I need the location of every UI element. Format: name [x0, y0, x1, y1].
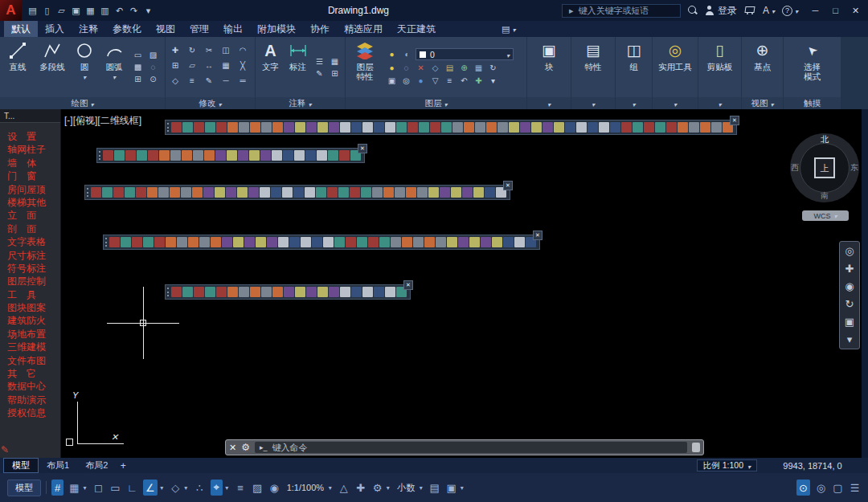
drawing-canvas[interactable]: [-][俯视][二维线框] Y ✕ 上 北 南 西 东 WCS [61, 109, 862, 458]
toolbar-button[interactable] [485, 187, 495, 198]
toolbar-button[interactable] [339, 150, 350, 161]
toolbar-button[interactable] [250, 287, 260, 297]
isodraft-dropdown-icon[interactable]: ▾ [183, 480, 189, 496]
toolbar-button[interactable] [239, 287, 249, 297]
toolbar-button[interactable] [301, 237, 311, 247]
save-icon[interactable]: ▣ [69, 3, 83, 18]
toolbar-button[interactable] [576, 122, 587, 133]
toolbar-button[interactable] [109, 237, 120, 247]
toolbar-button[interactable] [181, 187, 191, 198]
toolbar-button[interactable] [368, 237, 379, 247]
transparency-icon[interactable]: ▨ [252, 480, 264, 496]
panel-properties-strip[interactable] [571, 97, 615, 109]
toolbar-button[interactable] [430, 122, 440, 133]
toolbar-button[interactable] [554, 122, 564, 133]
help-button[interactable]: ? [782, 5, 798, 16]
layer-delete-icon[interactable]: ✕ [414, 62, 428, 73]
panel-view-strip[interactable]: 视图 [742, 97, 783, 109]
toolbar-button[interactable] [182, 150, 192, 161]
panel-touch-strip[interactable]: 触摸 [784, 97, 841, 109]
toolbar-button[interactable] [154, 237, 165, 247]
toolbar-button[interactable] [260, 187, 270, 198]
toolbar-button[interactable] [644, 122, 654, 133]
panel-clipboard-strip[interactable] [698, 97, 741, 109]
toolbar-button[interactable] [249, 150, 260, 161]
layer-on-icon[interactable]: ● [385, 49, 399, 60]
maximize-button[interactable]: □ [825, 2, 845, 19]
infer-constraints-icon[interactable]: ◻ [92, 480, 104, 496]
toolbar-button[interactable] [316, 187, 326, 198]
toolbar-button[interactable] [192, 187, 203, 198]
toolbar-button[interactable] [305, 187, 315, 198]
toolbar-button[interactable] [170, 150, 181, 161]
toolbar-button[interactable] [188, 237, 199, 247]
toolbar-button[interactable] [340, 122, 350, 133]
toolbar-button[interactable] [233, 237, 244, 247]
panel-block-strip[interactable] [527, 97, 571, 109]
toolbar-button[interactable] [473, 187, 484, 198]
toolbar-button[interactable] [182, 122, 193, 133]
sidebar-pencil-icon[interactable]: ✎ [1, 444, 9, 455]
layer-unisolate-icon[interactable]: ◎ [399, 75, 413, 86]
join-icon[interactable]: ═ [236, 76, 250, 87]
layer-merge-icon[interactable]: ▽ [428, 75, 442, 86]
toolbar-button[interactable] [295, 122, 305, 133]
toolbar-button[interactable] [323, 237, 334, 247]
layer-match-icon[interactable]: ⊕ [457, 62, 471, 73]
toolbar-button[interactable] [194, 122, 204, 133]
arc-button[interactable]: 圆弧 [99, 39, 129, 96]
workspace-icon[interactable]: ▤ [26, 3, 39, 18]
toolbar-button[interactable] [204, 150, 215, 161]
panel-annotate-strip[interactable]: 注释 [256, 97, 345, 109]
toolbar-button[interactable] [526, 237, 536, 247]
viewport-controls[interactable]: [-][俯视][二维线框] [64, 114, 141, 128]
toolbar-button[interactable] [136, 187, 146, 198]
toolbar-button[interactable] [312, 237, 322, 247]
toolbar-button[interactable] [289, 237, 300, 247]
table-icon[interactable]: ▦ [328, 55, 342, 67]
polyline-button[interactable]: 多段线 [35, 39, 70, 96]
toolbar-button[interactable] [238, 150, 248, 161]
properties-button[interactable]: ▤ 特性 [581, 39, 605, 96]
toolbar-button[interactable] [379, 237, 390, 247]
toolbar-button[interactable] [334, 237, 345, 247]
region-icon[interactable]: ⊞ [131, 74, 145, 85]
point-icon[interactable]: ⊙ [146, 74, 160, 85]
toolbar-button[interactable] [199, 237, 210, 247]
toolbar-button[interactable] [486, 122, 497, 133]
toolbar-button[interactable] [441, 122, 452, 133]
toolbar-button[interactable] [102, 187, 113, 198]
layer-add-icon[interactable]: ✚ [472, 75, 485, 86]
compass-west-label[interactable]: 西 [791, 162, 799, 173]
toolbar-button[interactable] [372, 187, 383, 198]
clean-screen-icon[interactable]: ▢ [832, 480, 844, 496]
toolbar-button[interactable] [497, 122, 508, 133]
toolbar-button[interactable] [237, 187, 248, 198]
layer-freeze-all-icon[interactable]: ◇ [428, 62, 442, 73]
toolbar-button[interactable] [203, 187, 214, 198]
fillet-icon[interactable]: ◠ [236, 45, 250, 56]
toolbar-button[interactable] [227, 122, 238, 133]
navbar-dropdown-icon[interactable]: ▾ [847, 334, 853, 345]
toolbar-button[interactable] [317, 287, 328, 297]
toolbar-button[interactable] [159, 150, 170, 161]
break-icon[interactable]: ─ [219, 76, 233, 87]
object-snap-icon[interactable]: ⌖ [211, 480, 223, 496]
layer-freeze-icon[interactable]: ◐ [400, 49, 414, 60]
command-line[interactable]: ✕ ⚙ ▸_ 键入命令 [225, 439, 704, 455]
toolbar-button[interactable] [271, 187, 281, 198]
toolbar-button[interactable] [362, 287, 373, 297]
toolbar-button[interactable] [125, 187, 135, 198]
pan-icon[interactable]: ✚ [845, 263, 854, 274]
selection-mode-button[interactable]: ➤ 选择 模式 [800, 39, 825, 96]
toolbar-button[interactable] [227, 150, 237, 161]
zoom-icon[interactable]: ◉ [845, 281, 854, 292]
toolbar-button[interactable] [440, 187, 450, 198]
store-cart-icon[interactable] [744, 6, 755, 15]
toolbar-button[interactable] [610, 122, 620, 133]
toolbar-button[interactable] [492, 237, 502, 247]
toolbar-button[interactable] [385, 122, 395, 133]
toolbar-button[interactable] [215, 187, 225, 198]
clipboard-button[interactable]: ▯ 剪贴板 [706, 39, 735, 96]
toolbar-button[interactable] [171, 287, 182, 297]
